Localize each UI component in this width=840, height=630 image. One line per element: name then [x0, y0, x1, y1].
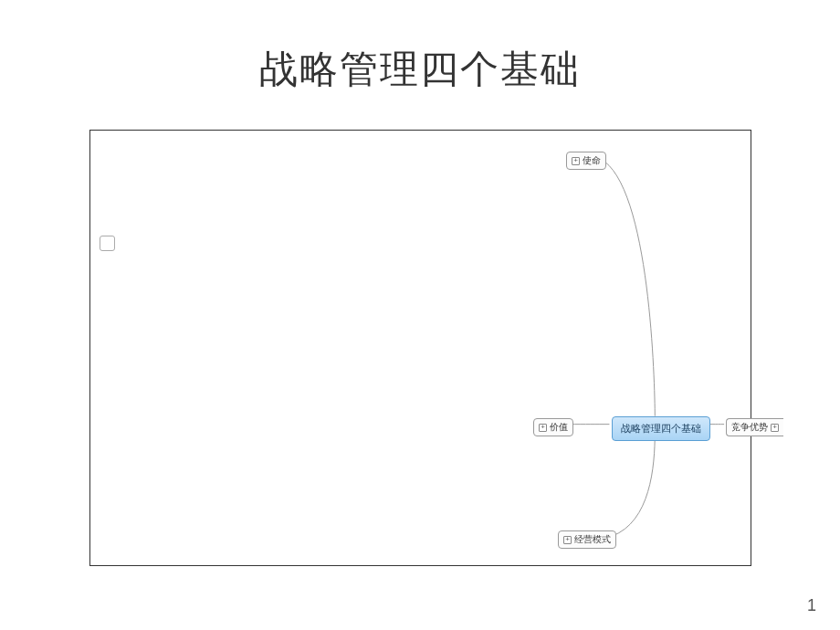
node-label: 使命	[583, 154, 601, 167]
center-label: 战略管理四个基础	[621, 422, 701, 436]
mindmap-node-right[interactable]: 竞争优势 +	[726, 418, 783, 436]
plus-icon[interactable]: +	[563, 536, 572, 544]
connector-lines	[90, 131, 751, 565]
plus-icon[interactable]: +	[771, 424, 779, 432]
collapse-box[interactable]	[100, 236, 115, 251]
mindmap-node-top[interactable]: + 使命	[566, 152, 606, 170]
node-label: 经营模式	[574, 533, 611, 546]
mindmap-node-left[interactable]: + 价值	[533, 418, 573, 436]
slide-title: 战略管理四个基础	[0, 0, 840, 95]
node-label: 竞争优势	[731, 421, 768, 434]
plus-icon[interactable]: +	[572, 157, 580, 165]
page-number: 1	[807, 596, 816, 615]
mindmap-center-node[interactable]: 战略管理四个基础	[612, 416, 710, 441]
node-label: 价值	[550, 421, 568, 434]
mindmap-frame: 战略管理四个基础 + 使命 + 价值 竞争优势 + + 经营模式	[89, 130, 751, 566]
plus-icon[interactable]: +	[539, 424, 547, 432]
mindmap-node-bottom[interactable]: + 经营模式	[558, 530, 616, 549]
